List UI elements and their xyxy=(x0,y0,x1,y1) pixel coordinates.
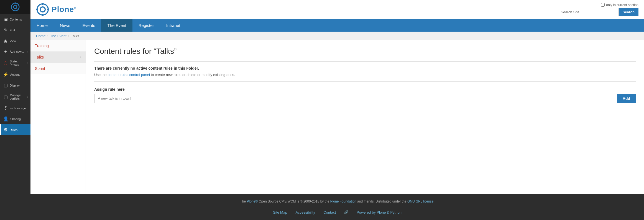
footer-text-before: The xyxy=(240,199,247,203)
license-link[interactable]: GNU GPL license xyxy=(407,199,433,203)
sidebar-item-rules[interactable]: ⚙ Rules xyxy=(0,124,30,135)
header: Plone® only in current section Search xyxy=(30,0,644,19)
footer-accessibility[interactable]: Accessibility xyxy=(295,210,315,214)
assign-label: Assign rule here xyxy=(94,87,636,92)
left-nav-item-talks[interactable]: Talks › xyxy=(30,52,86,63)
footer-powered-by[interactable]: Powered by Plone & Python xyxy=(357,210,402,214)
sidebar-item-label: Manage portlets xyxy=(10,93,26,100)
info-text-after: to create new rules or delete or modify … xyxy=(150,73,235,77)
chevron-right-icon: › xyxy=(27,84,28,87)
chevron-right-icon: › xyxy=(27,50,28,53)
main-area: Plone® only in current section Search Ho… xyxy=(30,0,644,220)
display-icon: ▢ xyxy=(3,83,8,88)
footer-divider-icon: 🔗 xyxy=(344,210,348,214)
svg-point-6 xyxy=(42,14,44,16)
sidebar-item-label: Actions xyxy=(10,73,26,76)
svg-point-7 xyxy=(36,9,38,11)
svg-point-8 xyxy=(47,9,49,11)
sidebar-item-state[interactable]: ⬡ State: Private › xyxy=(0,57,30,69)
sidebar-logo xyxy=(0,0,30,14)
left-nav: Training Talks › Sprint xyxy=(30,40,86,194)
sidebar-item-label: Edit xyxy=(10,29,28,32)
content-rules-link[interactable]: content rules control panel xyxy=(108,73,150,77)
sidebar-item-an-hour-ago[interactable]: ⏱ an hour ago xyxy=(0,103,30,113)
content-wrapper: Training Talks › Sprint Content rules fo… xyxy=(30,40,644,194)
left-nav-item-training[interactable]: Training xyxy=(30,40,86,52)
plone-name: Plone xyxy=(247,199,255,203)
info-text: Use the content rules control panel to c… xyxy=(94,73,636,77)
assign-row: Add xyxy=(94,94,636,103)
sidebar-item-label: Display xyxy=(10,84,26,87)
assign-rule-input[interactable] xyxy=(94,94,617,103)
left-nav-label: Sprint xyxy=(35,66,45,71)
sidebar-item-display[interactable]: ▢ Display › xyxy=(0,80,30,91)
sidebar-item-add-new[interactable]: + Add new... › xyxy=(0,46,30,57)
sidebar-item-label: Contents xyxy=(10,18,28,21)
nav-item-the-event[interactable]: The Event xyxy=(101,19,132,32)
navbar: Home News Events The Event Register Intr… xyxy=(30,19,644,32)
svg-point-1 xyxy=(14,5,17,9)
state-icon: ⬡ xyxy=(3,60,8,66)
svg-point-0 xyxy=(11,3,19,11)
site-logo-text: Plone® xyxy=(52,5,76,14)
time-icon: ⏱ xyxy=(3,106,8,111)
page-title: Content rules for “Talks” xyxy=(94,47,636,56)
svg-point-4 xyxy=(40,7,45,12)
breadcrumb-home[interactable]: Home xyxy=(36,34,46,38)
footer-text-end: and friends. Distributed under the xyxy=(357,199,407,203)
sidebar-item-label: Add new... xyxy=(10,50,26,53)
left-nav-label: Training xyxy=(35,44,49,48)
actions-icon: ⚡ xyxy=(3,72,9,77)
view-icon: ◉ xyxy=(3,38,8,44)
chevron-right-icon: › xyxy=(27,73,28,76)
info-text-before: Use the xyxy=(94,73,108,77)
nav-item-intranet[interactable]: Intranet xyxy=(160,19,186,32)
sidebar-item-label: an hour ago xyxy=(10,107,28,110)
sidebar-item-label: Sharing xyxy=(10,117,28,121)
footer-sitemap[interactable]: Site Map xyxy=(273,210,287,214)
sidebar-item-actions[interactable]: ⚡ Actions › xyxy=(0,69,30,80)
rules-icon: ⚙ xyxy=(3,127,8,132)
sidebar-item-view[interactable]: ◉ View xyxy=(0,36,30,46)
chevron-right-icon: › xyxy=(80,55,81,59)
nav-item-news[interactable]: News xyxy=(54,19,76,32)
search-current-section: only in current section xyxy=(601,3,638,7)
left-nav-label: Talks xyxy=(35,55,44,59)
plone-foundation-link[interactable]: Plone Foundation xyxy=(330,199,356,203)
search-input[interactable] xyxy=(558,8,619,16)
sidebar-item-contents[interactable]: ▣ Contents xyxy=(0,14,30,25)
footer-contact[interactable]: Contact xyxy=(323,210,336,214)
breadcrumb-the-event[interactable]: The Event xyxy=(50,34,67,38)
svg-point-3 xyxy=(37,4,48,15)
footer-text-middle: Open Source CMS/WCM is © 2000-2018 by th… xyxy=(259,199,330,203)
contents-icon: ▣ xyxy=(3,17,8,22)
chevron-right-icon: › xyxy=(27,62,28,65)
sidebar-item-sharing[interactable]: 👤 Sharing xyxy=(0,113,30,124)
sidebar-item-label: View xyxy=(10,39,28,43)
sidebar: ▣ Contents ✎ Edit ◉ View + Add new... › … xyxy=(0,0,30,220)
search-button[interactable]: Search xyxy=(619,8,638,16)
nav-item-register[interactable]: Register xyxy=(132,19,160,32)
sidebar-item-manage-portlets[interactable]: ▢ Manage portlets › xyxy=(0,91,30,103)
edit-icon: ✎ xyxy=(3,27,8,33)
search-row: Search xyxy=(558,8,638,16)
footer: The Plone® Open Source CMS/WCM is © 2000… xyxy=(30,194,644,220)
footer-links: Site Map Accessibility Contact 🔗 Powered… xyxy=(36,207,638,214)
logo-area: Plone® xyxy=(36,3,76,16)
breadcrumb-sep-2: › xyxy=(68,34,69,38)
left-nav-item-sprint[interactable]: Sprint xyxy=(30,63,86,74)
info-box: There are currently no active content ru… xyxy=(94,61,636,82)
plone-reg: ® xyxy=(255,199,258,203)
nav-item-events[interactable]: Events xyxy=(76,19,101,32)
nav-item-home[interactable]: Home xyxy=(30,19,54,32)
add-button[interactable]: Add xyxy=(617,94,636,103)
logo-reg: ® xyxy=(74,7,76,10)
only-current-checkbox[interactable] xyxy=(601,3,605,7)
only-current-label: only in current section xyxy=(606,3,638,7)
plus-icon: + xyxy=(3,49,8,54)
plone-link[interactable]: Plone® xyxy=(247,199,258,203)
sidebar-item-edit[interactable]: ✎ Edit xyxy=(0,25,30,36)
svg-point-5 xyxy=(42,3,44,5)
sidebar-item-label: Rules xyxy=(10,128,28,132)
info-bold-text: There are currently no active content ru… xyxy=(94,66,636,70)
